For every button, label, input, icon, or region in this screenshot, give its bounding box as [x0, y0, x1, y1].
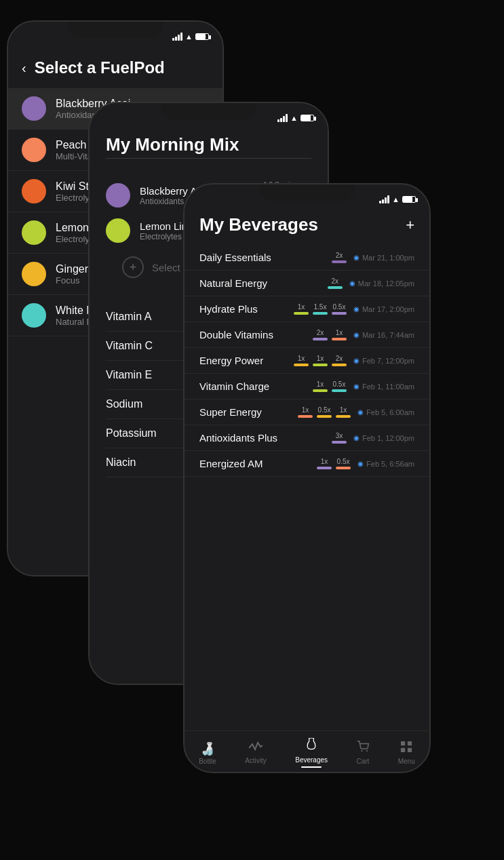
nav-bottle[interactable]: 🍶 Bottle — [199, 741, 216, 765]
cart-icon — [357, 741, 369, 756]
phone-beverages: ▲ My Beverages + Daily Essentials 2x ◉Ma… — [183, 183, 431, 773]
beverages-list: Daily Essentials 2x ◉Mar 21, 1:00pm Natu… — [185, 245, 429, 730]
signal-bars-1 — [172, 33, 182, 41]
fuelpod-dot-white — [22, 303, 46, 328]
bev-pods-energy: 1x 1x 2x — [294, 355, 347, 366]
morning-mix-divider — [106, 158, 311, 159]
bottle-icon: 🍶 — [200, 741, 215, 756]
fuelpod-title: Select a FuelPod — [35, 58, 165, 77]
phone-notch-3 — [260, 184, 355, 201]
bev-pods-natural: 2x — [328, 277, 343, 289]
back-arrow-icon[interactable]: ‹ — [22, 60, 26, 76]
menu-grid-icon — [400, 741, 412, 756]
wifi-icon-2: ▲ — [290, 114, 298, 122]
fuelpod-dot-peach — [22, 138, 46, 162]
add-beverage-button[interactable]: + — [406, 216, 414, 234]
phone-notch-2 — [161, 103, 256, 119]
svg-point-1 — [366, 750, 368, 751]
battery-icon-3 — [402, 196, 416, 203]
fuelpod-header: ‹ Select a FuelPod — [8, 52, 222, 88]
bev-pods-energized: 1x 0.5x — [317, 458, 351, 469]
morning-mix-header: My Morning Mix — [90, 128, 328, 167]
bev-item-hydrate-plus[interactable]: Hydrate Plus 1x 1.5x 0.5x ◉Mar 17, 2:00p… — [185, 296, 429, 322]
fuelpod-dot-lemon — [22, 220, 46, 245]
add-circle-icon: + — [122, 256, 144, 278]
bev-item-vitamin-charge[interactable]: Vitamin Charge 1x 0.5x ◉Feb 1, 11:00am — [185, 374, 429, 399]
nav-menu[interactable]: Menu — [398, 741, 415, 765]
mix-pod-dot-blackberry — [106, 183, 130, 208]
beverages-header: My Beverages + — [185, 209, 429, 245]
mix-pod-dot-lemon — [106, 218, 130, 243]
svg-rect-5 — [408, 748, 412, 752]
bev-pods-vitamin-charge: 1x 0.5x — [313, 380, 347, 392]
wifi-icon-1: ▲ — [185, 33, 193, 41]
phone-notch-1 — [68, 22, 163, 38]
bottom-nav: 🍶 Bottle Activity Beverages C — [185, 730, 429, 772]
nav-cart[interactable]: Cart — [356, 741, 369, 765]
bev-item-antioxidants-plus[interactable]: Antioxidants Plus 3x ◉Feb 1, 12:00pm — [185, 425, 429, 451]
beverages-title: My Beverages — [199, 214, 318, 235]
morning-mix-title: My Morning Mix — [106, 134, 311, 155]
fuelpod-info-ginger: Ginger Focus — [56, 263, 88, 286]
battery-icon-2 — [301, 115, 314, 121]
activity-icon — [249, 741, 263, 756]
svg-rect-3 — [408, 741, 412, 745]
nav-activity[interactable]: Activity — [245, 741, 267, 764]
bev-pods-daily: 2x — [332, 252, 347, 263]
nav-beverages[interactable]: Beverages — [295, 738, 328, 768]
beverages-nav-icon — [306, 738, 317, 755]
bev-item-super-energy[interactable]: Super Energy 1x 0.5x 1x ◉Feb 5, 6:00am — [185, 399, 429, 425]
status-icons-3: ▲ — [379, 195, 416, 203]
bev-pods-double: 2x 1x — [313, 329, 347, 340]
svg-rect-4 — [401, 748, 405, 752]
wifi-icon-3: ▲ — [392, 195, 400, 203]
battery-icon-1 — [195, 33, 209, 40]
fuelpod-dot-ginger — [22, 262, 46, 286]
status-icons-1: ▲ — [172, 33, 209, 41]
fuelpod-dot-blackberry — [22, 96, 46, 121]
fuelpod-dot-kiwi — [22, 179, 46, 203]
bev-item-natural-energy[interactable]: Natural Energy 2x ◉Mar 18, 12:05pm — [185, 271, 429, 296]
bev-item-energized-am[interactable]: Energized AM 1x 0.5x ◉Feb 5, 6:56am — [185, 451, 429, 477]
svg-rect-2 — [401, 741, 405, 745]
status-icons-2: ▲ — [277, 114, 314, 122]
nav-active-indicator — [301, 766, 322, 768]
svg-point-0 — [361, 750, 362, 751]
bev-pods-antioxidants: 3x — [332, 432, 347, 444]
signal-bars-2 — [277, 114, 288, 122]
bev-item-energy-power[interactable]: Energy Power 1x 1x 2x ◉Feb 7, 12:00pm — [185, 348, 429, 374]
bev-pods-super: 1x 0.5x 1x — [298, 406, 351, 418]
bev-item-double-vitamins[interactable]: Double Vitamins 2x 1x ◉Mar 16, 7:44am — [185, 322, 429, 348]
bev-item-daily-essentials[interactable]: Daily Essentials 2x ◉Mar 21, 1:00pm — [185, 245, 429, 271]
signal-bars-3 — [379, 195, 389, 203]
bev-pods-hydrate: 1x 1.5x 0.5x — [294, 303, 347, 315]
